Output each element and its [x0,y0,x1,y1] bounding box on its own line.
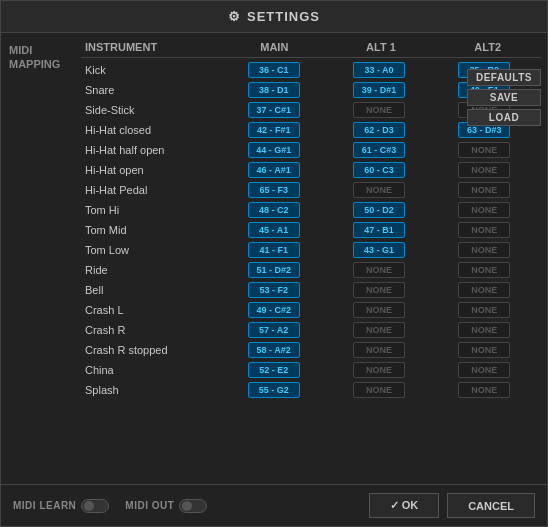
midi-badge[interactable]: NONE [353,302,405,318]
midi-badge[interactable]: 39 - D#1 [353,82,405,98]
table-row: China52 - E2NONENONE [81,360,537,380]
midi-badge[interactable]: NONE [458,242,510,258]
midi-badge[interactable]: NONE [458,202,510,218]
col-alt2: ALT2 [434,41,541,53]
main-area: MIDIMAPPING INSTRUMENT MAIN ALT 1 ALT2 K… [1,33,547,484]
table-row: Tom Mid45 - A147 - B1NONE [81,220,537,240]
save-button[interactable]: SAVE [467,89,541,106]
col-main: MAIN [221,41,328,53]
midi-badge[interactable]: NONE [458,302,510,318]
midi-badge[interactable]: 33 - A0 [353,62,405,78]
midi-badge[interactable]: 42 - F#1 [248,122,300,138]
instrument-name: Tom Hi [81,204,221,216]
midi-badge[interactable]: 58 - A#2 [248,342,300,358]
midi-badge[interactable]: 37 - C#1 [248,102,300,118]
table-row: Tom Hi48 - C250 - D2NONE [81,200,537,220]
midi-badge[interactable]: NONE [353,282,405,298]
midi-badge[interactable]: 44 - G#1 [248,142,300,158]
defaults-button[interactable]: DEFAULTS [467,69,541,86]
midi-badge[interactable]: 51 - D#2 [248,262,300,278]
midi-badge[interactable]: 55 - G2 [248,382,300,398]
instrument-name: Hi-Hat half open [81,144,221,156]
midi-badge[interactable]: 36 - C1 [248,62,300,78]
load-button[interactable]: LOAD [467,109,541,126]
midi-badge[interactable]: 47 - B1 [353,222,405,238]
col-instrument: INSTRUMENT [81,41,221,53]
midi-badge[interactable]: 65 - F3 [248,182,300,198]
instrument-name: Ride [81,264,221,276]
footer-left: MIDI LEARN MIDI OUT [13,499,353,513]
midi-badge[interactable]: 49 - C#2 [248,302,300,318]
settings-dialog: ⚙ SETTINGS MIDIMAPPING INSTRUMENT MAIN A… [0,0,548,527]
ok-button[interactable]: ✓ OK [369,493,440,518]
midi-badge[interactable]: NONE [458,362,510,378]
table-row: Hi-Hat half open44 - G#161 - C#3NONE [81,140,537,160]
instrument-name: Crash R stopped [81,344,221,356]
midi-badge[interactable]: 62 - D3 [353,122,405,138]
cancel-button[interactable]: CANCEL [447,493,535,518]
midi-badge[interactable]: NONE [353,182,405,198]
instrument-name: Hi-Hat open [81,164,221,176]
instrument-name: Tom Low [81,244,221,256]
midi-badge[interactable]: 52 - E2 [248,362,300,378]
table-row: Crash R stopped58 - A#2NONENONE [81,340,537,360]
table-row: Hi-Hat open46 - A#160 - C3NONE [81,160,537,180]
midi-badge[interactable]: 43 - G1 [353,242,405,258]
instrument-name: Hi-Hat closed [81,124,221,136]
instrument-name: Side-Stick [81,104,221,116]
instrument-name: Hi-Hat Pedal [81,184,221,196]
instrument-name: Kick [81,64,221,76]
midi-badge[interactable]: NONE [458,222,510,238]
midi-badge[interactable]: 60 - C3 [353,162,405,178]
instrument-name: China [81,364,221,376]
midi-badge[interactable]: NONE [353,342,405,358]
midi-badge[interactable]: NONE [353,102,405,118]
footer: MIDI LEARN MIDI OUT ✓ OK CANCEL [1,484,547,526]
midi-out-label: MIDI OUT [125,500,174,511]
footer-right: ✓ OK CANCEL [369,493,535,518]
midi-badge[interactable]: 53 - F2 [248,282,300,298]
midi-badge[interactable]: NONE [458,182,510,198]
midi-badge[interactable]: 38 - D1 [248,82,300,98]
gear-icon: ⚙ [228,9,241,24]
title-bar: ⚙ SETTINGS [1,1,547,33]
instrument-name: Splash [81,384,221,396]
table-header: INSTRUMENT MAIN ALT 1 ALT2 [81,39,541,58]
midi-badge[interactable]: NONE [353,262,405,278]
midi-badge[interactable]: NONE [353,382,405,398]
midi-badge[interactable]: NONE [353,322,405,338]
col-alt1: ALT 1 [328,41,435,53]
midi-out-group: MIDI OUT [125,499,207,513]
midi-badge[interactable]: NONE [458,382,510,398]
table-row: Crash L49 - C#2NONENONE [81,300,537,320]
midi-out-toggle[interactable] [179,499,207,513]
midi-badge[interactable]: NONE [458,282,510,298]
left-panel: MIDIMAPPING [1,33,81,484]
dialog-title: SETTINGS [247,9,320,24]
midi-badge[interactable]: NONE [458,142,510,158]
midi-badge[interactable]: 45 - A1 [248,222,300,238]
midi-badge[interactable]: 61 - C#3 [353,142,405,158]
table-row: Hi-Hat Pedal65 - F3NONENONE [81,180,537,200]
table-row: Tom Low41 - F143 - G1NONE [81,240,537,260]
midi-badge[interactable]: 57 - A2 [248,322,300,338]
instrument-name: Crash L [81,304,221,316]
instrument-name: Snare [81,84,221,96]
midi-badge[interactable]: NONE [458,322,510,338]
table-row: Bell53 - F2NONENONE [81,280,537,300]
midi-learn-group: MIDI LEARN [13,499,109,513]
midi-badge[interactable]: 46 - A#1 [248,162,300,178]
midi-badge[interactable]: NONE [458,342,510,358]
instrument-name: Crash R [81,324,221,336]
table-row: Splash55 - G2NONENONE [81,380,537,400]
midi-badge[interactable]: NONE [353,362,405,378]
midi-badge[interactable]: 48 - C2 [248,202,300,218]
instrument-name: Bell [81,284,221,296]
midi-badge[interactable]: 41 - F1 [248,242,300,258]
table-row: Ride51 - D#2NONENONE [81,260,537,280]
midi-badge[interactable]: NONE [458,162,510,178]
instrument-name: Tom Mid [81,224,221,236]
midi-learn-toggle[interactable] [81,499,109,513]
midi-badge[interactable]: NONE [458,262,510,278]
midi-badge[interactable]: 50 - D2 [353,202,405,218]
